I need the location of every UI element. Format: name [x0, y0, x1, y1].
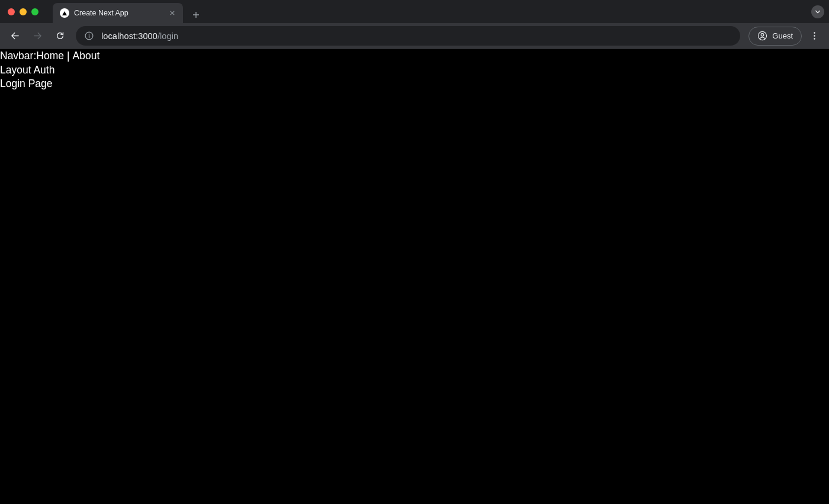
window-maximize-button[interactable] — [31, 8, 38, 15]
window-controls — [0, 8, 38, 15]
svg-point-5 — [814, 35, 815, 36]
navbar: Navbar:Home | About — [0, 49, 829, 63]
window-dropdown-button[interactable] — [811, 5, 824, 18]
back-button[interactable] — [5, 26, 25, 46]
more-menu-button[interactable] — [804, 26, 824, 46]
page-title: Login Page — [0, 77, 829, 91]
profile-button[interactable]: Guest — [748, 27, 802, 46]
user-icon — [757, 31, 767, 41]
info-icon — [84, 31, 94, 41]
page-viewport: Navbar:Home | About Layout Auth Login Pa… — [0, 49, 829, 91]
site-info-button[interactable] — [84, 31, 94, 41]
url-path: /login — [158, 31, 178, 41]
arrow-right-icon — [33, 31, 43, 41]
nav-link-home[interactable]: Home — [36, 49, 64, 63]
browser-toolbar: localhost:3000/login Guest — [0, 23, 829, 49]
kebab-icon — [809, 31, 820, 41]
svg-point-1 — [89, 34, 90, 35]
arrow-left-icon — [10, 31, 20, 41]
browser-tab-active[interactable]: Create Next App — [53, 3, 183, 23]
svg-point-4 — [814, 32, 815, 33]
new-tab-button[interactable] — [188, 7, 204, 23]
url-host: localhost:3000 — [101, 31, 158, 41]
forward-button[interactable] — [27, 26, 47, 46]
close-icon — [170, 11, 175, 15]
navbar-prefix: Navbar: — [0, 49, 36, 63]
chevron-down-icon — [815, 9, 821, 15]
window-close-button[interactable] — [8, 8, 15, 15]
nav-link-about[interactable]: About — [73, 49, 100, 63]
nav-separator: | — [64, 49, 73, 63]
reload-icon — [55, 31, 65, 41]
layout-label: Layout Auth — [0, 63, 829, 78]
window-minimize-button[interactable] — [20, 8, 27, 15]
reload-button[interactable] — [50, 26, 70, 46]
tab-title: Create Next App — [74, 9, 163, 17]
browser-title-bar: Create Next App — [0, 0, 829, 23]
plus-icon — [192, 11, 200, 18]
tab-strip: Create Next App — [53, 0, 204, 23]
svg-point-3 — [761, 33, 764, 36]
svg-point-6 — [814, 38, 815, 39]
tab-close-button[interactable] — [168, 8, 177, 18]
url-text: localhost:3000/login — [101, 31, 178, 41]
profile-label: Guest — [772, 31, 793, 40]
nextjs-favicon-icon — [60, 8, 69, 18]
address-bar[interactable]: localhost:3000/login — [76, 26, 740, 46]
